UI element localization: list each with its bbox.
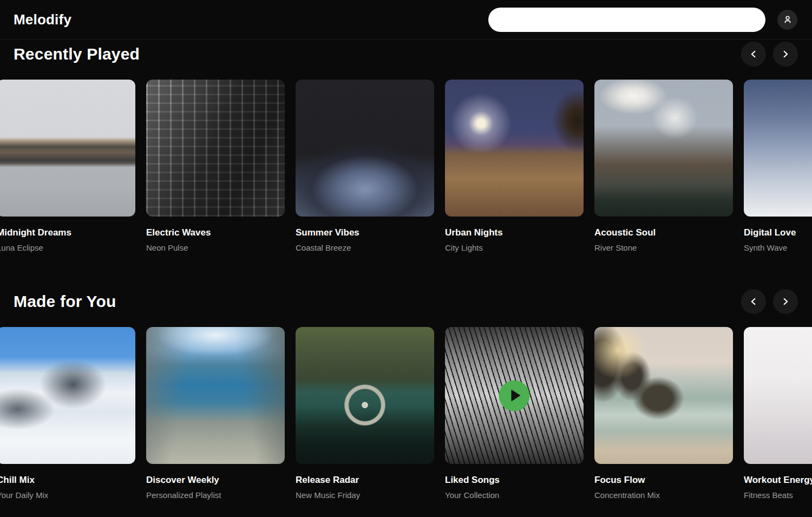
card-subtitle: Fitness Beats <box>744 490 812 500</box>
app-header: Melodify <box>0 0 812 40</box>
card-title: Chill Mix <box>0 475 135 486</box>
card-title: Discover Weekly <box>146 475 285 486</box>
chevron-right-icon <box>780 48 791 60</box>
card-image <box>744 80 812 217</box>
section: Recently Played <box>0 42 812 252</box>
card-image <box>744 327 812 464</box>
scroll-next-button[interactable] <box>773 42 798 67</box>
card-subtitle: Coastal Breeze <box>296 243 434 252</box>
chevron-left-icon <box>748 296 759 307</box>
section: Made for You <box>0 289 812 500</box>
card-title: Workout Energy <box>744 475 812 486</box>
playlist-card[interactable]: Focus Flow Concentration Mix <box>594 327 733 500</box>
scroll-next-button[interactable] <box>773 289 798 314</box>
card-row: Chill Mix Your Daily Mix Discover Weekly… <box>0 327 812 500</box>
playlist-card[interactable]: Liked Songs Your Collection <box>445 327 584 500</box>
play-icon <box>511 390 520 402</box>
card-image <box>0 80 135 217</box>
playlist-card[interactable]: Summer Vibes Coastal Breeze <box>296 80 434 252</box>
card-subtitle: Neon Pulse <box>146 243 285 252</box>
app-logo: Melodify <box>14 11 71 28</box>
card-row: Midnight Dreams Luna Eclipse Electric Wa… <box>0 80 812 252</box>
card-subtitle: City Lights <box>445 243 584 252</box>
card-title: Summer Vibes <box>296 227 434 238</box>
user-icon <box>782 14 793 25</box>
card-image <box>445 80 584 217</box>
section-header: Made for You <box>0 289 812 314</box>
play-button[interactable] <box>499 380 530 411</box>
card-title: Focus Flow <box>594 475 733 486</box>
section-controls <box>741 42 798 67</box>
card-title: Liked Songs <box>445 475 584 486</box>
card-image <box>296 80 434 217</box>
card-title: Urban Nights <box>445 227 584 238</box>
card-subtitle: River Stone <box>594 243 733 252</box>
card-title: Acoustic Soul <box>594 227 733 238</box>
card-title: Midnight Dreams <box>0 227 135 238</box>
playlist-card[interactable]: Urban Nights City Lights <box>445 80 584 252</box>
main-content: Recently Played <box>0 42 812 500</box>
playlist-card[interactable]: Midnight Dreams Luna Eclipse <box>0 80 135 252</box>
card-image <box>0 327 135 464</box>
section-title: Recently Played <box>14 45 140 63</box>
card-subtitle: Luna Eclipse <box>0 243 135 252</box>
chevron-left-icon <box>748 48 759 60</box>
card-subtitle: Synth Wave <box>744 243 812 252</box>
card-image <box>594 80 733 217</box>
playlist-card[interactable]: Acoustic Soul River Stone <box>594 80 733 252</box>
playlist-card[interactable]: Discover Weekly Personalized Playlist <box>146 327 285 500</box>
card-image <box>146 327 285 464</box>
scroll-prev-button[interactable] <box>741 289 766 314</box>
card-subtitle: Your Daily Mix <box>0 490 135 500</box>
profile-button[interactable] <box>777 10 797 30</box>
card-image <box>445 327 584 464</box>
card-subtitle: New Music Friday <box>296 490 434 500</box>
card-title: Release Radar <box>296 475 434 486</box>
card-subtitle: Your Collection <box>445 490 584 500</box>
card-subtitle: Personalized Playlist <box>146 490 285 500</box>
playlist-card[interactable]: Chill Mix Your Daily Mix <box>0 327 135 500</box>
scroll-prev-button[interactable] <box>741 42 766 67</box>
section-header: Recently Played <box>0 42 812 67</box>
card-subtitle: Concentration Mix <box>594 490 733 500</box>
playlist-card[interactable]: Workout Energy Fitness Beats <box>744 327 812 500</box>
card-title: Electric Waves <box>146 227 285 238</box>
card-image <box>296 327 434 464</box>
chevron-right-icon <box>780 296 791 307</box>
playlist-card[interactable]: Digital Love Synth Wave <box>744 80 812 252</box>
section-title: Made for You <box>14 292 116 311</box>
card-title: Digital Love <box>744 227 812 238</box>
playlist-card[interactable]: Release Radar New Music Friday <box>296 327 434 500</box>
card-image <box>146 80 285 217</box>
playlist-card[interactable]: Electric Waves Neon Pulse <box>146 80 285 252</box>
section-controls <box>741 289 798 314</box>
search-input[interactable] <box>488 8 765 32</box>
card-image <box>594 327 733 464</box>
